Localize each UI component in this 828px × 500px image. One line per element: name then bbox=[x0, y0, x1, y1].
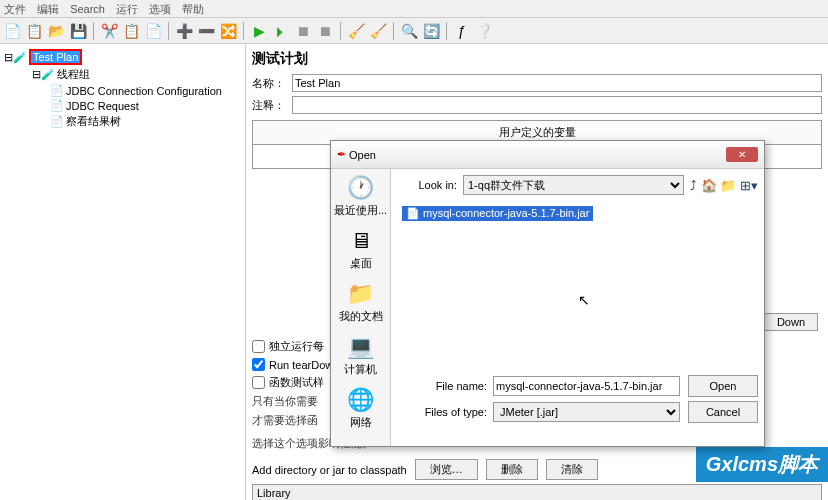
delete-button[interactable]: 删除 bbox=[486, 459, 538, 480]
selected-file[interactable]: 📄 mysql-connector-java-5.1.7-bin.jar bbox=[402, 206, 593, 221]
tree-thread-group[interactable]: ⊟ 🧪线程组 bbox=[4, 66, 241, 83]
toolbar: 📄 📋 📂 💾 ✂️ 📋 📄 ➕ ➖ 🔀 ▶ ⏵ ⏹ ⏹ 🧹 🧹 🔍 🔄 ƒ ❔ bbox=[0, 18, 828, 44]
menu-edit[interactable]: 编辑 bbox=[37, 3, 59, 15]
lookin-label: Look in: bbox=[397, 179, 457, 191]
dialog-title: Open bbox=[349, 149, 376, 161]
search-icon[interactable]: 🔍 bbox=[399, 21, 419, 41]
comment-label: 注释： bbox=[252, 98, 292, 113]
tree-panel: ⊟ 🧪Test Plan ⊟ 🧪线程组 📄JDBC Connection Con… bbox=[0, 44, 246, 500]
place-computer[interactable]: 💻计算机 bbox=[331, 334, 390, 377]
watermark: Gxlcms脚本 bbox=[696, 447, 828, 482]
open-button[interactable]: Open bbox=[688, 375, 758, 397]
clear-icon[interactable]: 🧹 bbox=[346, 21, 366, 41]
new-icon[interactable]: 📄 bbox=[2, 21, 22, 41]
open-dialog: ✒ Open ✕ 🕐最近使用... 🖥桌面 📁我的文档 💻计算机 🌐网络 Loo… bbox=[330, 140, 765, 447]
help-icon[interactable]: ❔ bbox=[474, 21, 494, 41]
stop-icon[interactable]: ⏹ bbox=[293, 21, 313, 41]
chk-functional[interactable] bbox=[252, 376, 265, 389]
place-recent[interactable]: 🕐最近使用... bbox=[331, 175, 390, 218]
reset-search-icon[interactable]: 🔄 bbox=[421, 21, 441, 41]
collapse-icon[interactable]: ➖ bbox=[196, 21, 216, 41]
clear-button[interactable]: 清除 bbox=[546, 459, 598, 480]
shutdown-icon[interactable]: ⏹ bbox=[315, 21, 335, 41]
library-panel: Library C:\Program Files\apache-jmeter-4… bbox=[252, 484, 822, 500]
start-notimers-icon[interactable]: ⏵ bbox=[271, 21, 291, 41]
copy-icon[interactable]: 📋 bbox=[121, 21, 141, 41]
place-network[interactable]: 🌐网络 bbox=[331, 387, 390, 430]
browse-button[interactable]: 浏览… bbox=[415, 459, 478, 480]
cursor-icon: ↖ bbox=[578, 292, 590, 308]
expand-icon[interactable]: ➕ bbox=[174, 21, 194, 41]
filename-input[interactable] bbox=[493, 376, 680, 396]
tree-jdbc-config[interactable]: 📄JDBC Connection Configuration bbox=[4, 83, 241, 98]
file-list[interactable]: 📄 mysql-connector-java-5.1.7-bin.jar ↖ bbox=[397, 201, 758, 371]
comment-input[interactable] bbox=[292, 96, 822, 114]
tree-jdbc-request[interactable]: 📄JDBC Request bbox=[4, 98, 241, 113]
chk-independent[interactable] bbox=[252, 340, 265, 353]
place-documents[interactable]: 📁我的文档 bbox=[331, 281, 390, 324]
menu-file[interactable]: 文件 bbox=[4, 3, 26, 15]
classpath-label: Add directory or jar to classpath bbox=[252, 464, 407, 476]
cancel-button[interactable]: Cancel bbox=[688, 401, 758, 423]
place-desktop[interactable]: 🖥桌面 bbox=[331, 228, 390, 271]
toggle-icon[interactable]: 🔀 bbox=[218, 21, 238, 41]
name-label: 名称： bbox=[252, 76, 292, 91]
menu-help[interactable]: 帮助 bbox=[182, 3, 204, 15]
dialog-nav-icons[interactable]: ⤴ 🏠 📁 ⊞▾ bbox=[690, 178, 758, 193]
templates-icon[interactable]: 📋 bbox=[24, 21, 44, 41]
function-icon[interactable]: ƒ bbox=[452, 21, 472, 41]
open-icon[interactable]: 📂 bbox=[46, 21, 66, 41]
filename-label: File name: bbox=[397, 380, 487, 392]
menubar: 文件 编辑 Search 运行 选项 帮助 bbox=[0, 0, 828, 18]
lookin-select[interactable]: 1-qq群文件下载 bbox=[463, 175, 684, 195]
menu-run[interactable]: 运行 bbox=[116, 3, 138, 15]
filetype-label: Files of type: bbox=[397, 406, 487, 418]
tree-root[interactable]: ⊟ 🧪Test Plan bbox=[4, 48, 241, 66]
down-button[interactable]: Down bbox=[764, 313, 818, 331]
name-input[interactable] bbox=[292, 74, 822, 92]
chk-teardown[interactable] bbox=[252, 358, 265, 371]
places-bar: 🕐最近使用... 🖥桌面 📁我的文档 💻计算机 🌐网络 bbox=[331, 169, 391, 446]
start-icon[interactable]: ▶ bbox=[249, 21, 269, 41]
library-header: Library bbox=[253, 485, 821, 500]
paste-icon[interactable]: 📄 bbox=[143, 21, 163, 41]
feather-icon: ✒ bbox=[337, 148, 346, 161]
clear-all-icon[interactable]: 🧹 bbox=[368, 21, 388, 41]
panel-title: 测试计划 bbox=[252, 50, 822, 68]
cut-icon[interactable]: ✂️ bbox=[99, 21, 119, 41]
filetype-select[interactable]: JMeter [.jar] bbox=[493, 402, 680, 422]
menu-options[interactable]: 选项 bbox=[149, 3, 171, 15]
save-icon[interactable]: 💾 bbox=[68, 21, 88, 41]
menu-search[interactable]: Search bbox=[70, 3, 105, 15]
tree-result-tree[interactable]: 📄察看结果树 bbox=[4, 113, 241, 130]
close-icon[interactable]: ✕ bbox=[726, 147, 758, 162]
